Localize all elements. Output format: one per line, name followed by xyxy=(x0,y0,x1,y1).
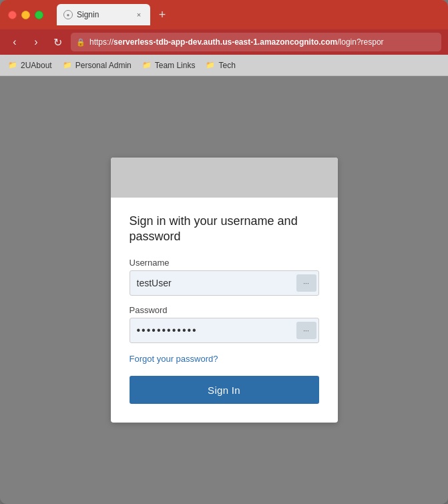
bookmarks-bar: 📁 2UAbout 📁 Personal Admin 📁 Team Links … xyxy=(0,55,448,76)
close-window-button[interactable] xyxy=(8,11,17,19)
bookmark-label: Tech xyxy=(218,61,235,70)
bookmark-2uabout[interactable]: 📁 2UAbout xyxy=(8,61,52,70)
maximize-window-button[interactable] xyxy=(35,11,43,19)
username-input-wrapper: ··· xyxy=(130,270,319,296)
tab-favicon: ● xyxy=(63,10,73,19)
password-label: Password xyxy=(130,305,319,315)
bookmark-team-links[interactable]: 📁 Team Links xyxy=(142,61,196,70)
minimize-window-button[interactable] xyxy=(21,11,30,19)
username-label: Username xyxy=(130,258,319,268)
tab-title: Signin xyxy=(77,10,99,19)
browser-window: ● Signin × + ‹ › ↻ 🔒 https://serverless-… xyxy=(0,0,448,504)
address-bar-row: ‹ › ↻ 🔒 https://serverless-tdb-app-dev.a… xyxy=(0,29,448,55)
reload-button[interactable]: ↻ xyxy=(49,34,65,50)
forward-button[interactable]: › xyxy=(28,34,44,50)
tab-bar: ● Signin × + xyxy=(57,4,440,25)
folder-icon: 📁 xyxy=(206,61,215,69)
title-bar: ● Signin × + xyxy=(0,0,448,29)
page-content: Sign in with your username and password … xyxy=(0,76,448,504)
forgot-password-link[interactable]: Forgot your password? xyxy=(130,354,218,364)
url-prefix: https:// xyxy=(89,37,114,47)
new-tab-button[interactable]: + xyxy=(153,5,172,24)
username-options-button[interactable]: ··· xyxy=(296,274,316,292)
options-icon: ··· xyxy=(303,327,308,334)
bookmark-label: Personal Admin xyxy=(75,61,132,70)
card-header-image xyxy=(111,158,338,198)
signin-button[interactable]: Sign In xyxy=(130,376,319,404)
folder-icon: 📁 xyxy=(142,61,152,69)
bookmark-label: Team Links xyxy=(155,61,196,70)
password-input[interactable] xyxy=(130,318,319,343)
url-suffix: /login?respor xyxy=(337,37,383,47)
folder-icon: 📁 xyxy=(8,61,17,69)
lock-icon: 🔒 xyxy=(76,38,85,47)
address-bar[interactable]: 🔒 https://serverless-tdb-app-dev.auth.us… xyxy=(71,33,441,51)
card-body: Sign in with your username and password … xyxy=(111,198,338,423)
tab-close-button[interactable]: × xyxy=(134,10,144,19)
signin-card: Sign in with your username and password … xyxy=(111,158,338,423)
options-icon: ··· xyxy=(303,280,308,287)
bookmark-tech[interactable]: 📁 Tech xyxy=(206,61,235,70)
password-input-wrapper: ··· xyxy=(130,318,319,343)
folder-icon: 📁 xyxy=(63,61,72,69)
card-title: Sign in with your username and password xyxy=(130,214,319,245)
url-text: https://serverless-tdb-app-dev.auth.us-e… xyxy=(89,37,384,47)
password-options-button[interactable]: ··· xyxy=(296,322,316,339)
active-tab[interactable]: ● Signin × xyxy=(57,4,150,25)
url-domain: serverless-tdb-app-dev.auth.us-east-1.am… xyxy=(114,37,337,47)
bookmark-personal-admin[interactable]: 📁 Personal Admin xyxy=(63,61,132,70)
username-input[interactable] xyxy=(130,270,319,296)
traffic-lights xyxy=(8,11,43,19)
back-button[interactable]: ‹ xyxy=(7,34,23,50)
bookmark-label: 2UAbout xyxy=(21,61,52,70)
